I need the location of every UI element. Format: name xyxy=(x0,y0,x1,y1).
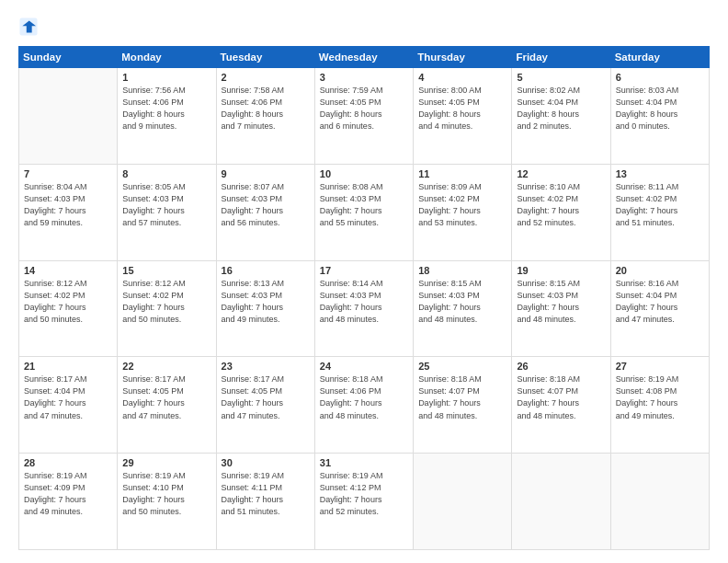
calendar-cell xyxy=(19,68,118,165)
day-number: 28 xyxy=(24,457,112,468)
day-number: 19 xyxy=(517,265,605,276)
calendar-cell: 9Sunrise: 8:07 AM Sunset: 4:03 PM Daylig… xyxy=(216,164,314,260)
day-info: Sunrise: 7:59 AM Sunset: 4:05 PM Dayligh… xyxy=(320,85,408,132)
calendar-week-row: 7Sunrise: 8:04 AM Sunset: 4:03 PM Daylig… xyxy=(19,164,710,260)
logo xyxy=(18,17,42,37)
day-info: Sunrise: 8:19 AM Sunset: 4:08 PM Dayligh… xyxy=(616,373,704,421)
page: SundayMondayTuesdayWednesdayThursdayFrid… xyxy=(0,0,728,563)
day-header-tuesday: Tuesday xyxy=(216,47,314,68)
calendar-cell: 29Sunrise: 8:19 AM Sunset: 4:10 PM Dayli… xyxy=(118,454,216,550)
day-info: Sunrise: 8:09 AM Sunset: 4:02 PM Dayligh… xyxy=(418,181,506,229)
calendar-cell: 6Sunrise: 8:03 AM Sunset: 4:04 PM Daylig… xyxy=(610,68,709,165)
day-header-sunday: Sunday xyxy=(19,47,118,68)
calendar-cell: 3Sunrise: 7:59 AM Sunset: 4:05 PM Daylig… xyxy=(314,68,413,165)
day-number: 10 xyxy=(320,168,408,179)
calendar-cell: 10Sunrise: 8:08 AM Sunset: 4:03 PM Dayli… xyxy=(314,164,413,260)
calendar-cell: 28Sunrise: 8:19 AM Sunset: 4:09 PM Dayli… xyxy=(19,454,118,550)
calendar-cell: 20Sunrise: 8:16 AM Sunset: 4:04 PM Dayli… xyxy=(610,260,709,357)
day-header-saturday: Saturday xyxy=(610,47,709,68)
calendar-cell: 13Sunrise: 8:11 AM Sunset: 4:02 PM Dayli… xyxy=(610,164,709,260)
day-info: Sunrise: 8:02 AM Sunset: 4:04 PM Dayligh… xyxy=(517,85,605,132)
calendar-cell: 8Sunrise: 8:05 AM Sunset: 4:03 PM Daylig… xyxy=(118,164,216,260)
day-info: Sunrise: 8:18 AM Sunset: 4:06 PM Dayligh… xyxy=(320,373,408,421)
day-info: Sunrise: 8:14 AM Sunset: 4:03 PM Dayligh… xyxy=(320,278,408,326)
day-info: Sunrise: 8:15 AM Sunset: 4:03 PM Dayligh… xyxy=(418,278,506,326)
day-number: 15 xyxy=(122,265,210,276)
day-info: Sunrise: 8:13 AM Sunset: 4:03 PM Dayligh… xyxy=(222,278,310,326)
calendar-cell: 1Sunrise: 7:56 AM Sunset: 4:06 PM Daylig… xyxy=(118,68,216,165)
calendar-cell xyxy=(512,454,610,550)
day-number: 17 xyxy=(320,265,408,276)
day-info: Sunrise: 8:18 AM Sunset: 4:07 PM Dayligh… xyxy=(517,373,605,421)
day-info: Sunrise: 8:19 AM Sunset: 4:09 PM Dayligh… xyxy=(24,470,112,518)
day-number: 21 xyxy=(24,361,112,372)
day-header-thursday: Thursday xyxy=(414,47,512,68)
logo-icon xyxy=(18,17,39,37)
day-info: Sunrise: 7:56 AM Sunset: 4:06 PM Dayligh… xyxy=(122,85,210,132)
day-info: Sunrise: 8:16 AM Sunset: 4:04 PM Dayligh… xyxy=(616,278,704,326)
calendar-cell: 30Sunrise: 8:19 AM Sunset: 4:11 PM Dayli… xyxy=(216,454,314,550)
day-number: 23 xyxy=(222,361,310,372)
calendar-cell: 26Sunrise: 8:18 AM Sunset: 4:07 PM Dayli… xyxy=(512,357,610,454)
calendar-cell: 2Sunrise: 7:58 AM Sunset: 4:06 PM Daylig… xyxy=(216,68,314,165)
day-number: 12 xyxy=(517,168,605,179)
day-info: Sunrise: 8:19 AM Sunset: 4:10 PM Dayligh… xyxy=(122,470,210,518)
day-number: 18 xyxy=(418,265,506,276)
day-number: 30 xyxy=(222,457,310,468)
day-info: Sunrise: 8:00 AM Sunset: 4:05 PM Dayligh… xyxy=(418,85,506,132)
calendar-cell: 23Sunrise: 8:17 AM Sunset: 4:05 PM Dayli… xyxy=(216,357,314,454)
day-number: 5 xyxy=(517,72,605,83)
day-number: 26 xyxy=(517,361,605,372)
calendar-cell: 5Sunrise: 8:02 AM Sunset: 4:04 PM Daylig… xyxy=(512,68,610,165)
calendar-cell: 15Sunrise: 8:12 AM Sunset: 4:02 PM Dayli… xyxy=(118,260,216,357)
calendar-header-row: SundayMondayTuesdayWednesdayThursdayFrid… xyxy=(19,47,710,68)
calendar-cell: 25Sunrise: 8:18 AM Sunset: 4:07 PM Dayli… xyxy=(414,357,512,454)
day-info: Sunrise: 8:04 AM Sunset: 4:03 PM Dayligh… xyxy=(24,181,112,229)
header xyxy=(18,17,710,37)
calendar-cell: 17Sunrise: 8:14 AM Sunset: 4:03 PM Dayli… xyxy=(314,260,413,357)
day-header-monday: Monday xyxy=(118,47,216,68)
day-number: 29 xyxy=(122,457,210,468)
day-info: Sunrise: 8:12 AM Sunset: 4:02 PM Dayligh… xyxy=(24,278,112,326)
day-number: 7 xyxy=(24,168,112,179)
calendar-week-row: 14Sunrise: 8:12 AM Sunset: 4:02 PM Dayli… xyxy=(19,260,710,357)
calendar-cell: 24Sunrise: 8:18 AM Sunset: 4:06 PM Dayli… xyxy=(314,357,413,454)
day-info: Sunrise: 8:10 AM Sunset: 4:02 PM Dayligh… xyxy=(517,181,605,229)
calendar-cell: 16Sunrise: 8:13 AM Sunset: 4:03 PM Dayli… xyxy=(216,260,314,357)
day-number: 11 xyxy=(418,168,506,179)
day-info: Sunrise: 8:17 AM Sunset: 4:05 PM Dayligh… xyxy=(222,373,310,421)
calendar-cell: 19Sunrise: 8:15 AM Sunset: 4:03 PM Dayli… xyxy=(512,260,610,357)
calendar-cell: 31Sunrise: 8:19 AM Sunset: 4:12 PM Dayli… xyxy=(314,454,413,550)
calendar-cell: 4Sunrise: 8:00 AM Sunset: 4:05 PM Daylig… xyxy=(414,68,512,165)
day-info: Sunrise: 8:15 AM Sunset: 4:03 PM Dayligh… xyxy=(517,278,605,326)
day-number: 9 xyxy=(222,168,310,179)
day-info: Sunrise: 8:17 AM Sunset: 4:05 PM Dayligh… xyxy=(122,373,210,421)
day-info: Sunrise: 8:08 AM Sunset: 4:03 PM Dayligh… xyxy=(320,181,408,229)
day-number: 13 xyxy=(616,168,704,179)
calendar-week-row: 28Sunrise: 8:19 AM Sunset: 4:09 PM Dayli… xyxy=(19,454,710,550)
day-info: Sunrise: 8:17 AM Sunset: 4:04 PM Dayligh… xyxy=(24,373,112,421)
calendar-cell: 21Sunrise: 8:17 AM Sunset: 4:04 PM Dayli… xyxy=(19,357,118,454)
calendar-week-row: 21Sunrise: 8:17 AM Sunset: 4:04 PM Dayli… xyxy=(19,357,710,454)
day-number: 20 xyxy=(616,265,704,276)
day-info: Sunrise: 8:11 AM Sunset: 4:02 PM Dayligh… xyxy=(616,181,704,229)
day-info: Sunrise: 7:58 AM Sunset: 4:06 PM Dayligh… xyxy=(222,85,310,132)
day-info: Sunrise: 8:05 AM Sunset: 4:03 PM Dayligh… xyxy=(122,181,210,229)
calendar-cell: 22Sunrise: 8:17 AM Sunset: 4:05 PM Dayli… xyxy=(118,357,216,454)
day-number: 1 xyxy=(122,72,210,83)
calendar-cell xyxy=(414,454,512,550)
day-header-friday: Friday xyxy=(512,47,610,68)
day-number: 8 xyxy=(122,168,210,179)
day-number: 2 xyxy=(222,72,310,83)
day-number: 6 xyxy=(616,72,704,83)
day-number: 16 xyxy=(222,265,310,276)
day-number: 22 xyxy=(122,361,210,372)
day-info: Sunrise: 8:19 AM Sunset: 4:11 PM Dayligh… xyxy=(222,470,310,518)
day-info: Sunrise: 8:03 AM Sunset: 4:04 PM Dayligh… xyxy=(616,85,704,132)
calendar-cell: 27Sunrise: 8:19 AM Sunset: 4:08 PM Dayli… xyxy=(610,357,709,454)
day-info: Sunrise: 8:12 AM Sunset: 4:02 PM Dayligh… xyxy=(122,278,210,326)
calendar-cell: 18Sunrise: 8:15 AM Sunset: 4:03 PM Dayli… xyxy=(414,260,512,357)
day-info: Sunrise: 8:19 AM Sunset: 4:12 PM Dayligh… xyxy=(320,470,408,518)
calendar-week-row: 1Sunrise: 7:56 AM Sunset: 4:06 PM Daylig… xyxy=(19,68,710,165)
day-number: 25 xyxy=(418,361,506,372)
